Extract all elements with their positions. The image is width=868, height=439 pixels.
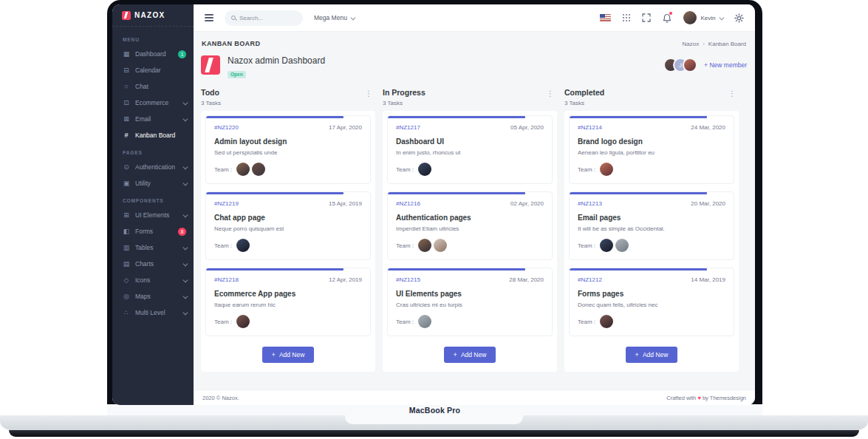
- crafted-text: Crafted with ♥ by Themesdesign: [666, 395, 746, 401]
- notifications-bell-icon[interactable]: [663, 13, 671, 23]
- chevron-down-icon: [351, 15, 355, 19]
- gear-icon[interactable]: [734, 13, 744, 23]
- mega-menu-button[interactable]: Mega Menu: [314, 14, 354, 21]
- column-menu-icon[interactable]: ⋮: [544, 88, 557, 99]
- page-title: KANBAN BOARD: [202, 40, 260, 47]
- task-card[interactable]: #NZ1217 05 Apr, 2020 Dashboard UI In eni…: [387, 115, 553, 184]
- sidebar-item-authentication[interactable]: ⊙ Authentication: [112, 159, 194, 175]
- mega-menu-label: Mega Menu: [314, 14, 347, 21]
- task-date: 24 Mar, 2020: [691, 124, 725, 131]
- sidebar-item-ecommerce[interactable]: ⊡ Ecommerce: [112, 95, 194, 111]
- sidebar-item-multi-level[interactable]: ∴ Multi Level: [112, 304, 194, 321]
- avatar[interactable]: [236, 163, 250, 176]
- sidebar-item-icons[interactable]: ◇ Icons: [112, 272, 194, 288]
- task-card[interactable]: #NZ1214 24 Mar, 2020 Brand logo design A…: [569, 115, 734, 184]
- sidebar-item-charts[interactable]: ▤ Charts: [112, 256, 194, 272]
- team-label: Team :: [578, 166, 595, 173]
- chevron-down-icon: [182, 277, 187, 282]
- forms-icon: ◧: [123, 228, 130, 235]
- sidebar-item-ui-elements[interactable]: ⊞ UI Elements: [112, 207, 194, 223]
- fullscreen-icon[interactable]: [642, 13, 651, 22]
- hamburger-menu-icon[interactable]: [205, 14, 213, 21]
- sidebar-item-maps[interactable]: ◎ Maps: [112, 288, 194, 304]
- column-title: Todo: [201, 88, 221, 97]
- avatar[interactable]: [236, 315, 250, 328]
- task-card[interactable]: #NZ1219 15 Apr, 2019 Chat app page Neque…: [205, 191, 371, 260]
- avatar[interactable]: [600, 315, 613, 328]
- brand[interactable]: NAZOX: [112, 4, 194, 27]
- task-date: 28 Mar, 2020: [509, 276, 544, 283]
- topbar: Mega Menu: [194, 4, 755, 32]
- avatar[interactable]: [615, 239, 629, 252]
- avatar[interactable]: [418, 239, 431, 252]
- add-new-button[interactable]: + Add New: [626, 347, 678, 363]
- task-id[interactable]: #NZ1219: [214, 200, 239, 207]
- task-card[interactable]: #NZ1213 20 Mar, 2020 Email pages It will…: [569, 191, 734, 260]
- avatar[interactable]: [418, 315, 431, 328]
- task-card[interactable]: #NZ1220 17 Apr, 2020 Admin layout design…: [205, 115, 371, 184]
- task-card[interactable]: #NZ1212 14 Mar, 2019 Forms pages Donec q…: [569, 268, 734, 336]
- laptop-notch: [345, 415, 523, 424]
- team-label: Team :: [396, 242, 414, 249]
- avatar[interactable]: [683, 58, 697, 72]
- task-title: Brand logo design: [578, 137, 725, 146]
- sidebar-item-kanban-board[interactable]: # Kanban Board: [112, 127, 194, 143]
- task-card[interactable]: #NZ1218 12 Apr, 2019 Ecommerce App pages…: [205, 268, 371, 336]
- task-card[interactable]: #NZ1215 28 Mar, 2020 UI Elements pages C…: [387, 268, 553, 336]
- chevron-down-icon: [182, 116, 187, 120]
- team-label: Team :: [214, 166, 232, 173]
- add-new-button[interactable]: + Add New: [444, 347, 496, 363]
- task-description: Neque porro quisquam est: [214, 225, 362, 232]
- avatar[interactable]: [600, 163, 613, 176]
- sidebar-item-label: Chat: [135, 83, 186, 90]
- sidebar-item-label: Authentication: [135, 163, 178, 171]
- team-label: Team :: [214, 242, 232, 249]
- language-flag-icon[interactable]: [600, 14, 611, 21]
- task-date: 12 Apr, 2019: [329, 276, 362, 283]
- avatar[interactable]: [236, 239, 250, 252]
- chevron-down-icon: [182, 245, 187, 249]
- user-menu[interactable]: Kevin: [683, 11, 722, 24]
- task-id[interactable]: #NZ1216: [396, 200, 420, 207]
- team-label: Team :: [578, 319, 595, 325]
- column-header-completed: Completed 3 Tasks ⋮: [564, 88, 739, 106]
- task-id[interactable]: #NZ1215: [396, 276, 420, 283]
- task-id[interactable]: #NZ1214: [578, 124, 602, 131]
- sidebar-item-dashboard[interactable]: ▦ Dashboard 1: [112, 46, 194, 62]
- sidebar-item-tables[interactable]: ▥ Tables: [112, 239, 194, 256]
- column-menu-icon[interactable]: ⋮: [362, 88, 375, 99]
- task-id[interactable]: #NZ1220: [214, 124, 239, 131]
- sidebar-item-calendar[interactable]: ⊟ Calendar: [112, 62, 194, 78]
- task-title: Chat app page: [214, 214, 362, 222]
- sidebar-item-label: UI Elements: [135, 211, 178, 219]
- avatar[interactable]: [418, 163, 431, 176]
- sidebar-item-forms[interactable]: ◧ Forms 8: [112, 223, 194, 239]
- task-id[interactable]: #NZ1212: [578, 276, 602, 283]
- sidebar-item-label: Maps: [135, 293, 178, 300]
- avatar[interactable]: [434, 239, 447, 252]
- task-id[interactable]: #NZ1213: [578, 200, 602, 207]
- team-label: Team :: [396, 166, 414, 173]
- task-id[interactable]: #NZ1218: [214, 276, 239, 283]
- apps-grid-icon[interactable]: [623, 14, 630, 21]
- search-box[interactable]: [225, 10, 303, 26]
- authentication-icon: ⊙: [123, 163, 130, 171]
- new-member-button[interactable]: + New member: [704, 61, 747, 69]
- task-id[interactable]: #NZ1217: [396, 124, 420, 131]
- search-input[interactable]: [239, 15, 291, 21]
- sidebar-item-chat[interactable]: ○ Chat: [112, 78, 194, 95]
- sidebar-item-utility[interactable]: ▣ Utility: [112, 175, 194, 191]
- sidebar-item-email[interactable]: ⊠ Email: [112, 111, 194, 127]
- chevron-down-icon: [182, 100, 187, 104]
- breadcrumb-parent[interactable]: Nazox: [682, 41, 699, 47]
- sidebar-item-label: Forms: [135, 228, 173, 235]
- sidebar-item-label: Ecommerce: [135, 99, 178, 106]
- add-new-button[interactable]: + Add New: [262, 347, 315, 363]
- column-menu-icon[interactable]: ⋮: [725, 88, 739, 99]
- column-task-count: 3 Tasks: [201, 100, 221, 106]
- task-card[interactable]: #NZ1216 02 Apr, 2020 Authentication page…: [387, 191, 553, 260]
- task-description: Donec quam felis, ultricies nec: [578, 302, 725, 308]
- sidebar-nav: MENU ▦ Dashboard 1 ⊟ Calendar ○ Chat ⊡ E…: [112, 27, 194, 321]
- avatar[interactable]: [600, 239, 613, 252]
- avatar[interactable]: [252, 163, 265, 176]
